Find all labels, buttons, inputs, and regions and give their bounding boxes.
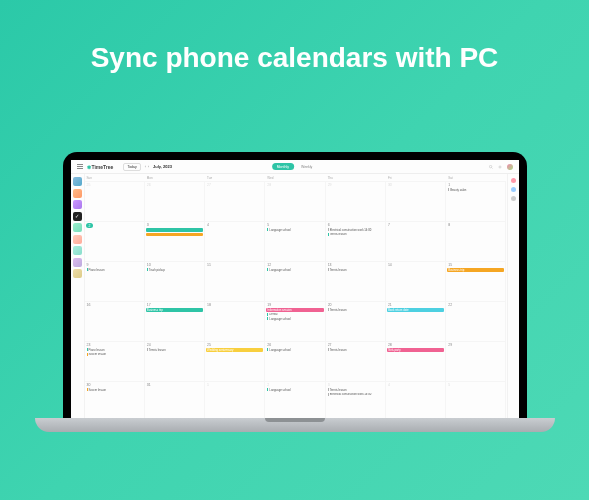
day-cell[interactable]: 7 [386, 222, 446, 262]
event-chip[interactable]: Girls party [387, 348, 444, 352]
day-cell[interactable]: 3 [145, 222, 205, 262]
event-chip[interactable]: Tennis lesson [327, 268, 384, 272]
day-cell[interactable]: 28Girls party [386, 342, 446, 382]
event-chip[interactable]: Soccer lesson [86, 353, 143, 357]
day-cell[interactable]: 28 [265, 182, 325, 222]
search-icon[interactable] [489, 165, 493, 169]
event-chip[interactable]: Tennis lesson [327, 308, 384, 312]
day-cell[interactable]: 22 [446, 302, 506, 342]
sidebar-calendar-7[interactable] [73, 246, 82, 255]
today-button[interactable]: Today [123, 163, 140, 171]
event-chip[interactable]: Tennis lesson [327, 348, 384, 352]
day-cell[interactable]: 3Tennis lessonElectrical construction wo… [326, 382, 386, 418]
event-chip[interactable]: Electrical construction work 14:00 [327, 393, 384, 397]
day-cell[interactable]: 27 [205, 182, 265, 222]
menu-icon[interactable] [77, 164, 83, 169]
event-chip[interactable]: Wedding anniversary [206, 348, 263, 352]
event-chip[interactable]: Piano lesson [86, 268, 143, 272]
event-chip[interactable]: Trash pickup [146, 268, 203, 272]
day-number: 15 [447, 263, 504, 267]
day-cell[interactable]: 13Tennis lesson [326, 262, 386, 302]
day-cell[interactable]: 10Trash pickup [145, 262, 205, 302]
day-number: 3 [146, 223, 203, 227]
day-cell[interactable]: 26Language school [265, 342, 325, 382]
event-chip[interactable]: Tennis lesson [327, 233, 384, 237]
day-cell[interactable]: 15Business trip [446, 262, 506, 302]
event-chip[interactable]: Electrical construction work 14:00 [327, 228, 384, 232]
event-chip[interactable]: Information session [266, 308, 323, 312]
event-chip[interactable]: Soccer lesson [86, 388, 143, 392]
event-chip[interactable]: Business trip [146, 308, 203, 312]
day-cell[interactable]: 1 [205, 382, 265, 418]
event-chip[interactable]: Dental [266, 313, 323, 317]
sidebar-calendar-8[interactable] [73, 258, 82, 267]
day-cell[interactable]: 12Language school [265, 262, 325, 302]
day-cell[interactable]: 20Tennis lesson [326, 302, 386, 342]
day-number: 8 [447, 223, 504, 227]
day-cell[interactable]: 31 [145, 382, 205, 418]
event-chip[interactable]: Tennis lesson [146, 348, 203, 352]
day-cell[interactable]: 5 [446, 382, 506, 418]
day-cell[interactable]: 11 [205, 262, 265, 302]
event-chip[interactable]: Business trip [447, 268, 504, 272]
event-chip[interactable]: Piano lesson [86, 348, 143, 352]
day-cell[interactable]: 1Beauty salon [446, 182, 506, 222]
sidebar-calendar-9[interactable] [73, 269, 82, 278]
sidebar-calendar-5[interactable] [73, 223, 82, 232]
event-chip[interactable]: Language school [266, 317, 323, 321]
sidebar-calendar-3[interactable] [73, 200, 82, 209]
laptop-notch [265, 418, 325, 422]
add-icon[interactable] [498, 165, 502, 169]
day-cell[interactable]: 18 [205, 302, 265, 342]
rail-shortcut-1[interactable] [511, 178, 516, 183]
day-cell[interactable]: 2 [85, 222, 145, 262]
day-cell[interactable]: 9Piano lesson [85, 262, 145, 302]
day-cell[interactable]: 16 [85, 302, 145, 342]
day-cell[interactable]: 21Book return date [386, 302, 446, 342]
event-chip[interactable]: Language school [266, 228, 323, 232]
day-cell[interactable]: 17Business trip [145, 302, 205, 342]
event-chip[interactable] [146, 228, 203, 232]
hero-title: Sync phone calendars with PC [0, 0, 589, 74]
svg-line-1 [491, 167, 492, 168]
day-cell[interactable]: 25 [85, 182, 145, 222]
day-cell[interactable]: 29 [446, 342, 506, 382]
day-cell[interactable]: 30Soccer lesson [85, 382, 145, 418]
event-chip[interactable]: Beauty salon [447, 188, 504, 192]
event-chip[interactable]: Language school [266, 348, 323, 352]
event-chip[interactable]: Tennis lesson [327, 388, 384, 392]
rail-shortcut-2[interactable] [511, 187, 516, 192]
sidebar-calendar-6[interactable] [73, 235, 82, 244]
day-cell[interactable]: 25Wedding anniversary [205, 342, 265, 382]
day-cell[interactable]: 29 [326, 182, 386, 222]
day-cell[interactable]: 6Electrical construction work 14:00Tenni… [326, 222, 386, 262]
day-cell[interactable]: 19Information sessionDentalLanguage scho… [265, 302, 325, 342]
view-weekly-tab[interactable]: Weekly [296, 163, 317, 170]
view-monthly-tab[interactable]: Monthly [272, 163, 294, 170]
next-month-button[interactable]: › [148, 165, 149, 169]
event-chip[interactable] [146, 233, 203, 237]
sidebar-calendar-4[interactable]: ✓ [73, 212, 82, 221]
day-cell[interactable]: 5Language school [265, 222, 325, 262]
day-number: 27 [327, 343, 384, 347]
day-cell[interactable]: 2Language school [265, 382, 325, 418]
event-chip[interactable]: Language school [266, 388, 323, 392]
day-cell[interactable]: 27Tennis lesson [326, 342, 386, 382]
prev-month-button[interactable]: ‹ [145, 165, 146, 169]
day-cell[interactable]: 30 [386, 182, 446, 222]
sidebar-calendar-1[interactable] [73, 177, 82, 186]
event-chip[interactable]: Book return date [387, 308, 444, 312]
avatar[interactable] [507, 164, 513, 170]
day-cell[interactable]: 24Tennis lesson [145, 342, 205, 382]
month-label: July, 2023 [153, 164, 172, 169]
day-number: 20 [327, 303, 384, 307]
day-cell[interactable]: 8 [446, 222, 506, 262]
rail-shortcut-3[interactable] [511, 196, 516, 201]
day-cell[interactable]: 26 [145, 182, 205, 222]
event-chip[interactable]: Language school [266, 268, 323, 272]
day-cell[interactable]: 14 [386, 262, 446, 302]
day-cell[interactable]: 4 [205, 222, 265, 262]
sidebar-calendar-2[interactable] [73, 189, 82, 198]
day-cell[interactable]: 4 [386, 382, 446, 418]
day-cell[interactable]: 23Piano lessonSoccer lesson [85, 342, 145, 382]
